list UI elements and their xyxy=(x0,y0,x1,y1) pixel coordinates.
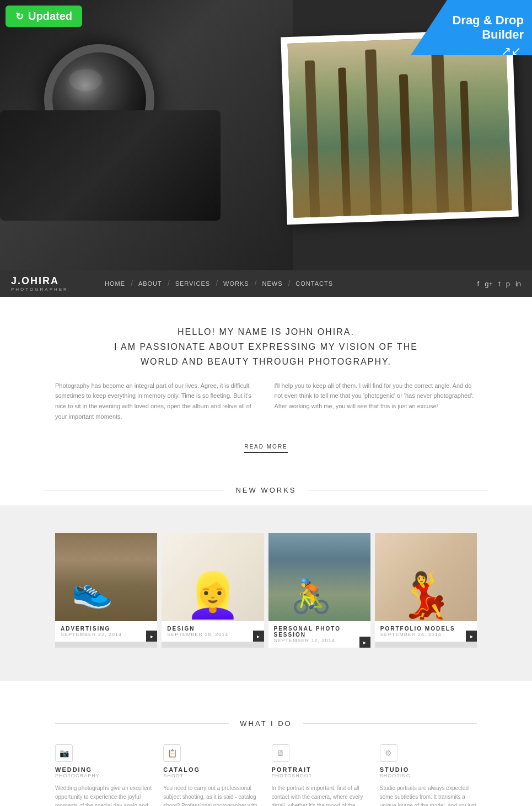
work-image-advertising xyxy=(55,533,157,621)
intro-title: HELLO! MY NAME IS JOHN OHIRA. I AM PASSI… xyxy=(11,324,521,370)
work-image-portfolio xyxy=(375,533,477,621)
wedding-title: WEDDING xyxy=(55,766,152,773)
dnd-text: Drag & DropBuilder xyxy=(452,13,524,42)
work-item-portfolio[interactable]: PORTFOLIO MODELS SEPTEMBER 24, 2014 ▸ xyxy=(375,533,477,648)
intro-title-line1: HELLO! MY NAME IS JOHN OHIRA. xyxy=(178,327,354,337)
work-date-photosession: SEPTEMBER 12, 2014 xyxy=(274,638,365,643)
hero-camera-background xyxy=(0,0,293,270)
brand: J.OHIRA PHOTOGRAPHER xyxy=(11,275,77,292)
studio-subtitle: SHOOTING xyxy=(380,773,477,778)
intro-columns: Photography has become an integral part … xyxy=(55,381,477,422)
whatido-grid: 📷 WEDDING PHOTOGRAPHY Wedding photograph… xyxy=(55,744,477,806)
wedding-desc: Wedding photographs give an excellent op… xyxy=(55,784,152,806)
social-twitter-icon[interactable]: t xyxy=(498,280,501,288)
divider-line-left xyxy=(44,490,224,490)
divider-line-right xyxy=(308,490,488,490)
nav-links: HOME / ABOUT / SERVICES / WORKS / NEWS /… xyxy=(99,279,477,288)
work-arrow-photosession: ▸ xyxy=(359,637,370,648)
brand-name: J.OHIRA xyxy=(11,275,77,287)
navbar: J.OHIRA PHOTOGRAPHER HOME / ABOUT / SERV… xyxy=(0,270,532,297)
social-googleplus-icon[interactable]: g+ xyxy=(485,280,493,288)
catalog-title: CATALOG xyxy=(163,766,260,773)
work-arrow-design: ▸ xyxy=(253,631,264,642)
work-image-photosession xyxy=(268,533,370,621)
new-works-divider: NEW WORKS xyxy=(44,486,488,494)
work-item-design[interactable]: DESIGN SEPTEMBER 18, 2014 ▸ xyxy=(162,533,264,648)
whatido-studio: ⚙ STUDIO SHOOTING Studio portraits are a… xyxy=(380,744,477,806)
social-linkedin-icon[interactable]: in xyxy=(515,280,521,288)
nav-news[interactable]: NEWS xyxy=(256,280,288,287)
studio-icon: ⚙ xyxy=(380,744,397,762)
portrait-subtitle: PHOTOSHOOT xyxy=(272,773,369,778)
work-date-portfolio: SEPTEMBER 24, 2014 xyxy=(380,632,471,637)
work-date-advertising: SEPTEMBER 22, 2014 xyxy=(61,632,152,637)
work-title-advertising: ADVERTISING xyxy=(61,626,152,632)
work-date-design: SEPTEMBER 18, 2014 xyxy=(167,632,258,637)
work-arrow-advertising: ▸ xyxy=(146,631,157,642)
whatido-divider: WHAT I DO xyxy=(55,719,477,728)
wedding-icon: 📷 xyxy=(55,744,73,762)
read-more-button[interactable]: READ MORE xyxy=(244,444,288,453)
work-info-advertising: ADVERTISING SEPTEMBER 22, 2014 ▸ xyxy=(55,621,157,642)
work-info-photosession: PERSONAL PHOTO SESSION SEPTEMBER 12, 201… xyxy=(268,621,370,648)
refresh-icon: ↻ xyxy=(15,10,24,23)
wedding-subtitle: PHOTOGRAPHY xyxy=(55,773,152,778)
nav-contacts[interactable]: CONTACTS xyxy=(290,280,338,287)
work-info-portfolio: PORTFOLIO MODELS SEPTEMBER 24, 2014 ▸ xyxy=(375,621,477,642)
work-title-design: DESIGN xyxy=(167,626,258,632)
nav-works[interactable]: WORKS xyxy=(218,280,255,287)
catalog-icon: 📋 xyxy=(163,744,181,762)
works-grid: ADVERTISING SEPTEMBER 22, 2014 ▸ DESIGN … xyxy=(55,533,477,648)
portrait-title: PORTRAIT xyxy=(272,766,369,773)
social-pinterest-icon[interactable]: p xyxy=(506,280,510,288)
hero-photo xyxy=(281,29,519,225)
portrait-desc: In the portrait is important, first of a… xyxy=(272,784,369,806)
work-arrow-portfolio: ▸ xyxy=(466,631,477,642)
nav-home[interactable]: HOME xyxy=(99,280,131,287)
social-facebook-icon[interactable]: f xyxy=(477,280,480,288)
catalog-subtitle: SHOOT xyxy=(163,773,260,778)
updated-label: Updated xyxy=(28,10,72,23)
whatido-catalog: 📋 CATALOG SHOOT You need to carry out a … xyxy=(163,744,260,806)
whatido-section: WHAT I DO 📷 WEDDING PHOTOGRAPHY Wedding … xyxy=(0,681,532,806)
dnd-arrow-icon: ↗↙ xyxy=(501,44,521,58)
updated-badge: ↻ Updated xyxy=(6,6,82,27)
studio-desc: Studio portraits are always expected som… xyxy=(380,784,477,806)
intro-col1: Photography has become an integral part … xyxy=(55,381,258,422)
nav-services[interactable]: SERVICES xyxy=(170,280,216,287)
intro-section: HELLO! MY NAME IS JOHN OHIRA. I AM PASSI… xyxy=(0,297,532,469)
nav-about[interactable]: ABOUT xyxy=(133,280,168,287)
main-content: HELLO! MY NAME IS JOHN OHIRA. I AM PASSI… xyxy=(0,297,532,806)
works-section: ADVERTISING SEPTEMBER 22, 2014 ▸ DESIGN … xyxy=(0,505,532,681)
new-works-title: NEW WORKS xyxy=(224,486,307,494)
whatido-portrait: 🖥 PORTRAIT PHOTOSHOOT In the portrait is… xyxy=(272,744,369,806)
intro-title-line2: I AM PASSIONATE ABOUT EXPRESSING MY VISI… xyxy=(114,342,418,351)
work-title-photosession: PERSONAL PHOTO SESSION xyxy=(274,626,365,638)
catalog-desc: You need to carry out a professional sub… xyxy=(163,784,260,806)
work-title-portfolio: PORTFOLIO MODELS xyxy=(380,626,471,632)
work-info-design: DESIGN SEPTEMBER 18, 2014 ▸ xyxy=(162,621,264,642)
portrait-icon: 🖥 xyxy=(272,744,289,762)
studio-title: STUDIO xyxy=(380,766,477,773)
brand-subtitle: PHOTOGRAPHER xyxy=(11,287,77,292)
intro-title-line3: WORLD AND BEAUTY THROUGH PHOTOGRAPHY. xyxy=(141,357,391,366)
work-item-photosession[interactable]: PERSONAL PHOTO SESSION SEPTEMBER 12, 201… xyxy=(268,533,370,648)
intro-col2: I'll help you to keep all of them. I wil… xyxy=(275,381,477,422)
whatido-title: WHAT I DO xyxy=(229,719,303,728)
whatido-divider-right xyxy=(303,723,477,724)
whatido-divider-left xyxy=(55,723,229,724)
work-image-design xyxy=(162,533,264,621)
whatido-wedding: 📷 WEDDING PHOTOGRAPHY Wedding photograph… xyxy=(55,744,152,806)
work-item-advertising[interactable]: ADVERTISING SEPTEMBER 22, 2014 ▸ xyxy=(55,533,157,648)
nav-socials: f g+ t p in xyxy=(477,280,521,288)
